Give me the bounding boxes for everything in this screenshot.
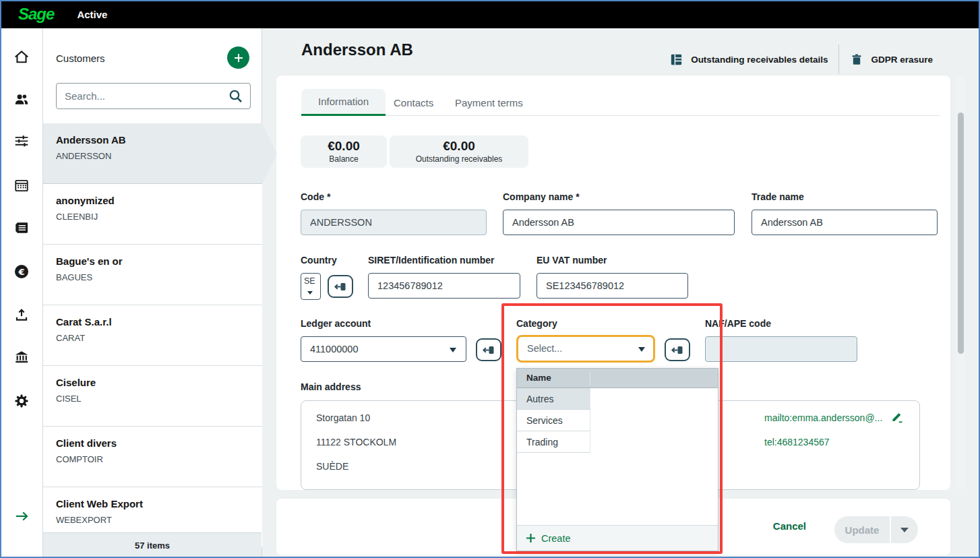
outstanding-receivables-button[interactable]: Outstanding receivables details	[669, 53, 828, 67]
cancel-button[interactable]: Cancel	[773, 520, 806, 532]
chevron-down-icon	[450, 348, 456, 352]
address-country: SUÈDE	[316, 461, 348, 472]
outstanding-receivables-label: Outstanding receivables details	[691, 55, 828, 65]
home-icon[interactable]	[13, 49, 30, 65]
company-name-label: Company name *	[503, 191, 580, 202]
trade-name-field[interactable]	[752, 210, 938, 235]
ledger-account-value: 411000000	[310, 344, 359, 354]
eu-vat-field[interactable]	[537, 273, 688, 299]
customer-name: Client divers	[56, 437, 117, 449]
category-value: Select...	[527, 343, 562, 354]
sliders-icon[interactable]	[13, 133, 30, 149]
collapse-arrow-icon[interactable]	[13, 508, 30, 524]
scrollbar-track[interactable]	[956, 75, 965, 490]
upload-icon[interactable]	[13, 307, 30, 323]
plus-icon	[526, 533, 536, 543]
table-icon	[669, 53, 683, 67]
header-divider	[838, 44, 839, 74]
customer-list-item[interactable]: Bague's en or BAGUES	[43, 245, 262, 305]
header-actions: Outstanding receivables details GDPR era…	[669, 44, 933, 74]
customer-name: anonymized	[56, 195, 115, 206]
customer-name: Ciselure	[56, 377, 96, 388]
gdpr-erasure-button[interactable]: GDPR erasure	[850, 53, 933, 67]
customer-name: Bague's en or	[56, 255, 123, 267]
address-street: Storgatan 10	[316, 412, 370, 423]
side-panel-arrow-icon	[333, 281, 348, 292]
main-area: Andersson AB Outstanding receivables det…	[262, 28, 980, 558]
balance-label: Balance	[301, 154, 387, 164]
customer-name: Client Web Export	[56, 498, 143, 509]
siret-field[interactable]	[368, 273, 520, 299]
app-name: Active	[77, 9, 107, 20]
scrollbar-thumb[interactable]	[958, 113, 964, 354]
customer-list-item[interactable]: Andersson AB ANDERSSON	[43, 123, 262, 184]
code-label: Code *	[301, 191, 330, 202]
customers-panel-title: Customers	[56, 53, 105, 64]
customer-search	[56, 83, 251, 109]
create-label: Create	[541, 533, 571, 544]
journal-icon[interactable]	[13, 220, 30, 236]
naf-ape-label: NAF/APE code	[705, 318, 771, 329]
customer-name: Carat S.a.r.l	[56, 316, 112, 328]
customer-code: CISEL	[56, 394, 82, 404]
dropdown-option-trading[interactable]: Trading	[517, 431, 590, 453]
tab-payment-terms[interactable]: Payment terms	[440, 89, 538, 116]
company-name-field[interactable]	[503, 210, 735, 235]
country-label: Country	[301, 255, 337, 266]
customer-name: Andersson AB	[56, 134, 126, 146]
tab-contacts[interactable]: Contacts	[379, 89, 448, 116]
customer-list-item[interactable]: Client divers COMPTOIR	[43, 427, 262, 487]
edit-contact-button[interactable]	[890, 409, 905, 424]
update-options-button[interactable]	[891, 516, 918, 543]
nav-rail: €	[0, 28, 43, 558]
add-customer-button[interactable]	[227, 46, 249, 69]
update-button[interactable]: Update	[834, 516, 890, 543]
create-category-button[interactable]: Create	[517, 525, 718, 551]
customers-icon[interactable]	[13, 91, 30, 107]
dropdown-header: Name	[517, 369, 718, 388]
side-panel-arrow-icon	[670, 344, 685, 356]
customer-list: Andersson AB ANDERSSON anonymized CLEENB…	[43, 123, 262, 548]
svg-text:€: €	[18, 267, 24, 277]
calendar-icon[interactable]	[13, 177, 30, 193]
settings-gear-icon[interactable]	[13, 393, 30, 409]
outstanding-label: Outstanding receivables	[390, 154, 528, 164]
trash-icon	[850, 53, 863, 67]
bank-icon[interactable]	[13, 349, 30, 365]
outstanding-receivables-card: €0.00 Outstanding receivables	[390, 135, 528, 168]
currency-icon[interactable]: €	[13, 264, 30, 280]
dropdown-option-services[interactable]: Services	[517, 410, 590, 431]
country-select[interactable]: SE	[301, 273, 321, 300]
customer-list-item[interactable]: Carat S.a.r.l CARAT	[43, 305, 262, 366]
category-dropdown: Name Autres Services Trading Create	[516, 368, 718, 551]
naf-ape-field	[705, 336, 857, 362]
country-lookup-button[interactable]	[328, 275, 353, 298]
search-icon[interactable]	[228, 88, 244, 104]
main-address-label: Main address	[301, 381, 361, 392]
search-input[interactable]	[65, 84, 220, 108]
siret-label: SIRET/Identification number	[368, 255, 494, 266]
customer-list-item[interactable]: Ciselure CISEL	[43, 366, 262, 427]
eu-vat-label: EU VAT number	[537, 255, 607, 266]
dropdown-option-autres[interactable]: Autres	[517, 388, 590, 410]
country-value: SE	[304, 276, 315, 286]
ledger-account-select[interactable]: 411000000	[301, 336, 466, 362]
tab-information[interactable]: Information	[301, 89, 386, 116]
customer-code: ANDERSSON	[56, 151, 111, 161]
customer-code: CARAT	[56, 333, 85, 343]
category-select[interactable]: Select...	[516, 335, 655, 363]
email-link[interactable]: mailto:emma.andersson@...	[764, 412, 882, 423]
customer-code: BAGUES	[56, 272, 92, 282]
page-title: Andersson AB	[301, 40, 413, 59]
category-label: Category	[516, 318, 557, 329]
chevron-down-icon	[638, 347, 645, 352]
balance-card: €0.00 Balance	[301, 135, 387, 168]
customer-list-item[interactable]: anonymized CLEENBIJ	[43, 184, 262, 245]
ledger-lookup-button[interactable]	[476, 338, 501, 361]
phone-link[interactable]: tel:4681234567	[764, 437, 830, 447]
code-field	[301, 210, 487, 235]
customers-panel: Customers Andersson AB ANDERSSON anonymi…	[43, 28, 262, 558]
category-lookup-button[interactable]	[665, 338, 690, 361]
ledger-account-label: Ledger account	[301, 318, 371, 329]
outstanding-value: €0.00	[390, 138, 528, 154]
